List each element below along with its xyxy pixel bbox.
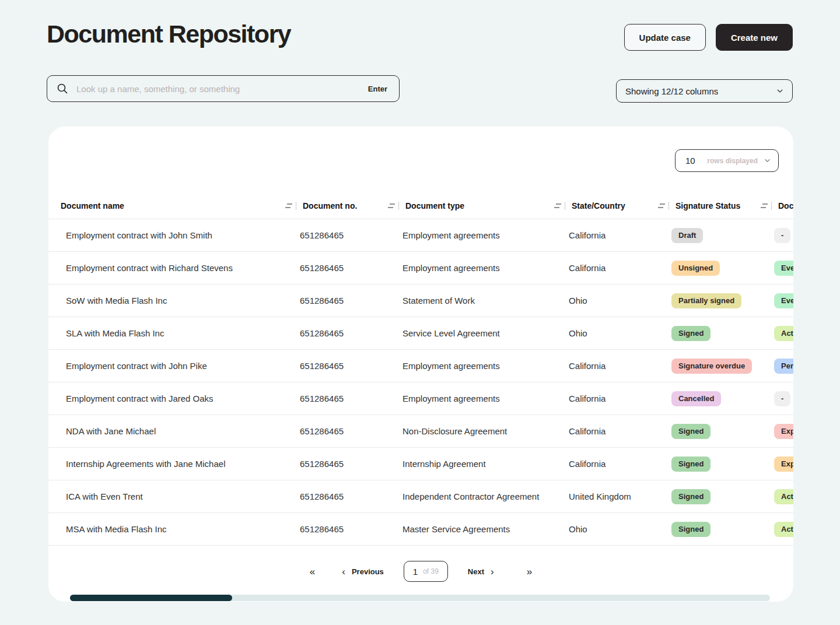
table-row[interactable]: Employment contract with Jared Oaks65128… <box>48 382 793 415</box>
rows-displayed-label: rows displayed <box>695 157 758 165</box>
cell-doc-status: - <box>772 219 793 251</box>
previous-page-button[interactable]: ‹ Previous <box>342 567 384 577</box>
cell-doc-status: Pend <box>772 350 793 382</box>
signature-status-badge: Signed <box>671 522 710 537</box>
signature-status-badge: Signed <box>671 489 710 504</box>
horizontal-scrollbar-thumb[interactable] <box>70 595 232 601</box>
page-number-input[interactable]: 1 of 39 <box>404 561 448 582</box>
enter-hint: Enter <box>368 85 387 93</box>
column-header-state-country[interactable]: State/Country <box>565 192 669 219</box>
cell-document-type: Non-Disclosure Agreement <box>399 415 565 447</box>
signature-status-badge: Signature overdue <box>671 359 752 374</box>
column-header-label: Document name <box>61 201 124 210</box>
sort-icon[interactable] <box>658 203 666 209</box>
columns-visibility-select[interactable]: Showing 12/12 columns <box>616 79 793 103</box>
search-input[interactable] <box>75 83 361 94</box>
column-header-label: Document no. <box>303 201 357 210</box>
top-action-buttons: Update case Create new <box>624 24 793 51</box>
cell-state-country: Ohio <box>565 317 669 349</box>
cell-doc-status: Activ <box>772 513 793 545</box>
cell-document-name: Employment contract with John Pike <box>48 350 296 382</box>
cell-document-type: Master Service Agreements <box>399 513 565 545</box>
table-row[interactable]: SoW with Media Flash Inc651286465Stateme… <box>48 285 793 317</box>
cell-document-name: Employment contract with John Smith <box>48 219 296 251</box>
next-label: Next <box>468 567 484 576</box>
table-row[interactable]: Employment contract with John Pike651286… <box>48 350 793 382</box>
cell-signature-status: Draft <box>669 219 772 251</box>
sort-icon[interactable] <box>761 203 768 209</box>
horizontal-scrollbar-track[interactable] <box>70 595 770 601</box>
cell-document-no: 651286465 <box>296 252 399 284</box>
cell-state-country: Ohio <box>565 513 669 545</box>
cell-state-country: California <box>565 252 669 284</box>
doc-status-badge: - <box>774 228 790 243</box>
table-row[interactable]: Employment contract with Richard Stevens… <box>48 252 793 285</box>
sort-icon[interactable] <box>285 203 293 209</box>
rows-displayed-select[interactable]: 10 rows displayed <box>675 149 779 172</box>
table-row[interactable]: SLA with Media Flash Inc651286465Service… <box>48 317 793 350</box>
cell-document-name: SLA with Media Flash Inc <box>48 317 296 349</box>
doc-status-badge: Expi <box>774 457 793 472</box>
doc-status-badge: Ever <box>774 261 793 276</box>
pagination: « ‹ Previous 1 of 39 Next › » <box>48 560 793 583</box>
cell-document-no: 651286465 <box>296 480 399 512</box>
column-header-label: State/Country <box>572 201 625 210</box>
page-title: Document Repository <box>47 20 290 48</box>
doc-status-badge: Activ <box>774 489 793 504</box>
doc-status-badge: Activ <box>774 522 793 537</box>
cell-signature-status: Signed <box>669 317 772 349</box>
cell-signature-status: Signed <box>669 448 772 480</box>
cell-state-country: Ohio <box>565 285 669 317</box>
table-row[interactable]: Employment contract with John Smith65128… <box>48 219 793 252</box>
total-pages-label: of 39 <box>423 567 439 575</box>
cell-document-type: Service Level Agreement <box>399 317 565 349</box>
doc-status-badge: Expi <box>774 424 793 439</box>
column-header-document-name[interactable]: Document name <box>48 192 296 219</box>
cell-signature-status: Signed <box>669 513 772 545</box>
cell-document-name: Employment contract with Richard Stevens <box>48 252 296 284</box>
columns-select-value: Showing 12/12 columns <box>625 86 718 96</box>
last-page-icon[interactable]: » <box>527 567 532 577</box>
column-header-signature-status[interactable]: Signature Status <box>669 192 772 219</box>
chevron-down-icon <box>764 157 771 164</box>
chevron-right-icon: › <box>491 567 494 577</box>
column-header-doc[interactable]: Doc <box>772 192 793 219</box>
table-row[interactable]: ICA with Even Trent651286465Independent … <box>48 480 793 513</box>
cell-doc-status: Expi <box>772 415 793 447</box>
sort-icon[interactable] <box>554 203 562 209</box>
cell-document-no: 651286465 <box>296 219 399 251</box>
cell-state-country: California <box>565 448 669 480</box>
table-row[interactable]: Internship Agreements with Jane Michael6… <box>48 448 793 480</box>
chevron-left-icon: ‹ <box>342 567 345 577</box>
table-header-row: Document nameDocument no.Document typeSt… <box>48 192 793 219</box>
cell-document-name: Employment contract with Jared Oaks <box>48 382 296 415</box>
cell-doc-status: Ever <box>772 285 793 317</box>
column-header-label: Document type <box>405 201 464 210</box>
cell-document-name: SoW with Media Flash Inc <box>48 285 296 317</box>
documents-table: Document nameDocument no.Document typeSt… <box>48 192 793 546</box>
first-page-icon[interactable]: « <box>310 567 315 577</box>
table-row[interactable]: MSA with Media Flash Inc651286465Master … <box>48 513 793 546</box>
table-row[interactable]: NDA with Jane Michael651286465Non-Disclo… <box>48 415 793 448</box>
next-page-button[interactable]: Next › <box>468 567 494 577</box>
document-repository-page: Document Repository Update case Create n… <box>0 0 840 625</box>
cell-document-no: 651286465 <box>296 317 399 349</box>
search-bar[interactable]: Enter <box>47 75 400 102</box>
column-header-document-no[interactable]: Document no. <box>296 192 399 219</box>
cell-document-no: 651286465 <box>296 448 399 480</box>
cell-document-type: Employment agreements <box>399 252 565 284</box>
cell-doc-status: Activ <box>772 317 793 349</box>
sort-icon[interactable] <box>388 203 396 209</box>
create-new-button[interactable]: Create new <box>716 24 793 51</box>
column-header-document-type[interactable]: Document type <box>399 192 565 219</box>
cell-doc-status: Expi <box>772 448 793 480</box>
current-page-value: 1 <box>413 567 418 577</box>
signature-status-badge: Signed <box>671 424 710 439</box>
signature-status-badge: Cancelled <box>671 391 721 406</box>
table-card: 10 rows displayed Document nameDocument … <box>48 127 793 602</box>
column-header-label: Doc <box>778 201 793 210</box>
cell-doc-status: - <box>772 382 793 415</box>
previous-label: Previous <box>352 567 384 576</box>
update-case-button[interactable]: Update case <box>624 24 706 51</box>
cell-document-no: 651286465 <box>296 350 399 382</box>
